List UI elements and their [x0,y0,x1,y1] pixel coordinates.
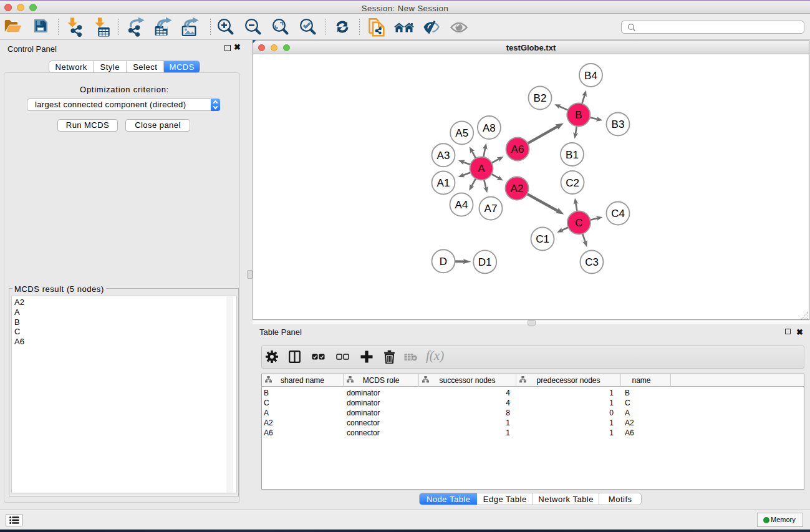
svg-text:C4: C4 [611,208,625,220]
svg-text:C2: C2 [566,177,579,189]
svg-text:A4: A4 [455,199,468,211]
svg-text:B3: B3 [612,118,625,130]
svg-text:A5: A5 [455,127,468,139]
svg-text:C: C [575,217,582,229]
svg-text:A7: A7 [485,203,498,215]
svg-text:B1: B1 [566,149,579,161]
svg-text:C1: C1 [536,233,549,245]
svg-text:B4: B4 [584,70,597,82]
svg-text:D: D [440,256,447,268]
svg-text:B: B [575,109,582,121]
svg-text:B2: B2 [534,92,547,104]
svg-text:A1: A1 [437,177,450,189]
svg-text:C3: C3 [585,256,599,268]
svg-text:A8: A8 [483,122,496,134]
svg-text:A3: A3 [437,150,450,162]
svg-text:D1: D1 [478,256,492,268]
svg-text:A6: A6 [511,143,524,155]
svg-text:A: A [478,163,485,175]
svg-text:A2: A2 [511,183,524,195]
